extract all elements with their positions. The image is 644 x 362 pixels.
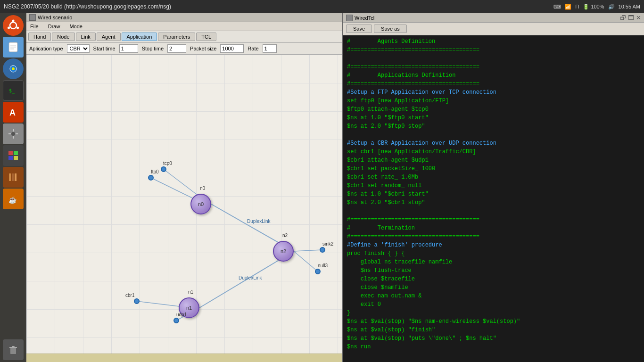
svg-rect-28 <box>15 173 17 181</box>
tcl-line-sep4: #====================================== <box>347 215 640 224</box>
tcl-content[interactable]: # Agents Definition #===================… <box>343 35 644 362</box>
nsg-window: Wired scenario File Draw Mode Hand Node … <box>26 13 342 362</box>
node-n0-label: n0 <box>200 186 205 191</box>
menu-mode[interactable]: Mode <box>67 23 84 30</box>
nsg-window-title: Wired scenario <box>38 15 72 20</box>
svg-text:$_: $_ <box>9 88 15 94</box>
library-icon[interactable] <box>3 167 24 188</box>
tcl-line-cbr-comment: #Setup a CBR Application over UDP connec… <box>347 139 640 148</box>
packet-size-label: Packet size <box>190 46 216 51</box>
color-icon[interactable] <box>3 145 24 166</box>
svg-point-4 <box>8 27 10 29</box>
tcl-line-22: $ns at $val(stop) "puts \"done\" ; $ns h… <box>347 334 640 343</box>
save-button[interactable]: Save <box>346 25 372 33</box>
svg-line-38 <box>294 250 322 251</box>
svg-rect-24 <box>8 156 13 160</box>
node-udp1[interactable] <box>173 318 179 323</box>
tab-hand[interactable]: Hand <box>28 33 51 41</box>
pi-icon: Π <box>575 4 579 9</box>
tcl-line-1: set ftp0 [new Application/FTP] <box>347 97 640 105</box>
tab-link[interactable]: Link <box>76 33 96 41</box>
rate-label: Rate <box>248 46 258 51</box>
svg-rect-22 <box>8 151 13 155</box>
tab-agent[interactable]: Agent <box>97 33 121 41</box>
tcl-line-3: $ns at 1.0 "$ftp0 start" <box>347 114 640 122</box>
tcl-empty-2 <box>347 131 640 139</box>
node-tcp0[interactable] <box>161 166 166 172</box>
tcl-line-8: $cbr1 set rate_ 1.0Mb <box>347 173 640 181</box>
node-cbr1-label: cbr1 <box>125 293 134 298</box>
stop-time-label: Stop time <box>142 46 164 51</box>
nsg-window-icon <box>29 14 36 21</box>
tcl-line-sep2: #====================================== <box>347 63 640 71</box>
system-title: NSG2 2007/05/20 build (http://wushoupong… <box>4 3 171 10</box>
tcl-close-icon[interactable]: ✕ <box>636 14 641 21</box>
files-icon[interactable] <box>3 37 24 58</box>
node-null3-label: null3 <box>318 263 328 268</box>
node-ftp0-label: ftp0 <box>151 169 159 174</box>
aplication-type-select[interactable]: CBR FTP <box>67 44 90 53</box>
volume-icon: 🔊 <box>608 4 615 10</box>
tcl-restore-icon[interactable]: 🗗 <box>620 14 626 21</box>
svg-text:A: A <box>9 108 16 117</box>
tcl-line-sep3: #====================================== <box>347 80 640 88</box>
save-as-button[interactable]: Save as <box>374 25 407 33</box>
packet-size-input[interactable] <box>220 44 244 53</box>
nsg-params-bar: Aplication type CBR FTP Start time Stop … <box>26 43 342 55</box>
tcl-line-agents-def: # Agents Definition <box>347 37 640 46</box>
node-udp1-label: udp1 <box>176 312 187 317</box>
start-time-label: Start time <box>93 46 116 51</box>
nsg-titlebar: Wired scenario <box>26 13 342 22</box>
node-ftp0[interactable] <box>148 175 154 181</box>
tcl-buttons: Save Save as <box>343 23 644 35</box>
node-tcp0-label: tcp0 <box>163 161 172 166</box>
battery-status: 🔋 100% <box>583 4 604 10</box>
node-sink2[interactable] <box>320 247 325 253</box>
tcl-line-4: $ns at 2.0 "$ftp0 stop" <box>347 122 640 131</box>
tcl-line-21: $ns at $val(stop) "finish" <box>347 326 640 334</box>
tools-icon[interactable] <box>3 123 24 144</box>
menu-file[interactable]: File <box>28 23 41 30</box>
browser-icon[interactable] <box>3 58 24 79</box>
tcl-line-sep1: #====================================== <box>347 46 640 54</box>
tab-tcl[interactable]: TCL <box>196 33 216 41</box>
tcl-line-12: proc finish { } { <box>347 249 640 258</box>
software-center-icon[interactable]: A <box>3 102 24 123</box>
terminal-icon[interactable]: $_ <box>3 80 24 101</box>
menu-draw[interactable]: Draw <box>46 23 62 30</box>
tcl-line-finish-comment: #Define a 'finish' procedure <box>347 241 640 249</box>
tcl-line-6: $cbr1 attach-agent $udp1 <box>347 156 640 165</box>
node-cbr1[interactable] <box>134 298 140 304</box>
node-n2[interactable]: n2 <box>273 241 294 262</box>
svg-rect-7 <box>10 47 16 48</box>
tcl-maximize-icon[interactable]: 🗖 <box>628 14 634 21</box>
node-null3[interactable] <box>315 269 321 274</box>
rate-input[interactable] <box>263 44 277 53</box>
svg-point-11 <box>12 67 15 70</box>
tab-application[interactable]: Application <box>122 33 157 41</box>
stop-time-input[interactable] <box>167 44 186 53</box>
trash-icon[interactable] <box>3 339 24 360</box>
nsg-menubar: File Draw Mode <box>26 22 342 31</box>
tcl-panel: WiredTcl 🗗 🗖 ✕ Save Save as # Agents Def… <box>342 13 644 362</box>
clock: 10:55 AM <box>619 4 640 9</box>
tcl-titlebar: WiredTcl 🗗 🗖 ✕ <box>343 13 644 23</box>
nsg-canvas[interactable]: DuplexLink DuplexLink n0 n0 n1 n1 n2 n2 <box>26 55 342 354</box>
tab-node[interactable]: Node <box>52 33 74 41</box>
tcl-line-5: set cbr1 [new Application/Traffic/CBR] <box>347 148 640 156</box>
tcl-line-15: close $tracefile <box>347 275 640 283</box>
node-n0[interactable]: n0 <box>190 194 211 214</box>
tcl-empty-1 <box>347 54 640 63</box>
tab-parameters[interactable]: Parameters <box>158 33 195 41</box>
keyboard-icon: ⌨ <box>553 4 561 10</box>
tcl-line-14: $ns flush-trace <box>347 266 640 275</box>
tcl-line-7: $cbr1 set packetSize_ 1000 <box>347 165 640 173</box>
svg-rect-8 <box>10 49 14 49</box>
sidebar: $_ A ☕ <box>0 13 26 362</box>
start-time-input[interactable] <box>119 44 138 53</box>
svg-rect-32 <box>9 347 17 348</box>
ubuntu-icon[interactable] <box>3 15 24 36</box>
java-icon[interactable]: ☕ <box>3 189 24 209</box>
wifi-icon: 📶 <box>565 4 571 10</box>
tcl-line-termination: # Termination <box>347 224 640 232</box>
